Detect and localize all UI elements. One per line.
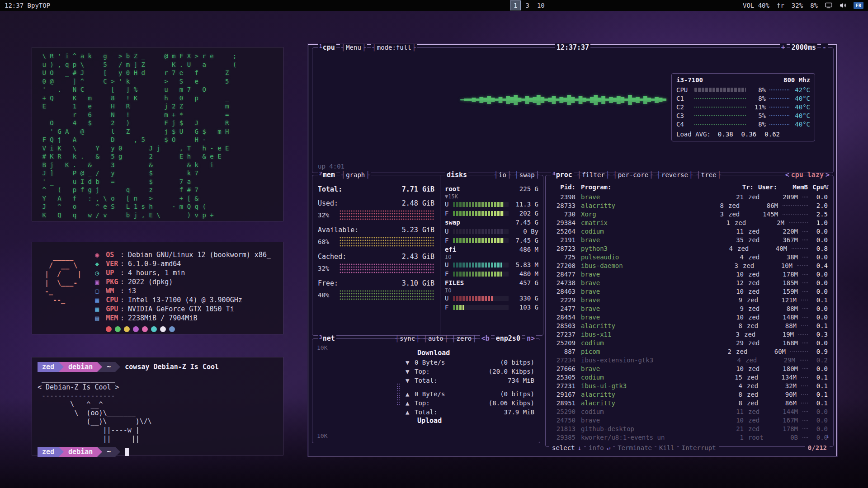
proc-program: ibus-ui-gtk3 (576, 382, 727, 389)
proc-sort-control: < cpu lazy > (785, 171, 830, 179)
menu-button[interactable]: Menu (340, 44, 368, 51)
disk-meter-row: F202 G (445, 209, 538, 218)
proc-row[interactable]: 25209codium29zed168M0.0 (550, 338, 828, 347)
net-scale-top: 10K (317, 344, 327, 351)
keyboard-layout-badge[interactable]: FR (854, 2, 863, 9)
net-next-button[interactable]: n> (525, 334, 536, 343)
proc-cpu: 0.8 (808, 245, 828, 252)
proc-row[interactable]: 29167alacritty8zed90M0.1 (550, 390, 828, 399)
mem-box-name: 2 mem (318, 171, 336, 179)
terminal-cowsay[interactable]: zeddebian~ cowsay Debian-Z Is Cool _____… (32, 357, 283, 455)
proc-row[interactable]: 730Xorg3zed145M2.5 (550, 210, 828, 218)
proc-row[interactable]: 29384cmatrix1zed2M1.0 (550, 218, 828, 227)
scroll-up-icon[interactable]: ↑ (826, 183, 830, 189)
disk-meter-value: 0 By (512, 228, 538, 235)
terminal-cursor[interactable] (125, 448, 129, 456)
prompt-arrow-icon (115, 447, 120, 457)
proc-reverse-button[interactable]: reverse (657, 171, 693, 178)
disks-swap-toggle[interactable]: swap (514, 171, 539, 178)
proc-row[interactable]: 29385kworker/u8:1-events_un1root0B0.0 (550, 433, 828, 441)
bpytop-window[interactable]: 1 cpu Menu mode:full 12:37:37 + 2000ms -… (308, 44, 837, 456)
net-auto-toggle[interactable]: auto (424, 335, 448, 342)
proc-mem-graph (802, 411, 808, 412)
proc-program: python3 (576, 245, 717, 252)
proc-row[interactable]: 2229brave9zed121M0.1 (550, 296, 828, 304)
proc-footer-button[interactable]: select↓ (549, 444, 584, 451)
proc-row[interactable]: 25264codium11zed220M0.0 (550, 227, 828, 235)
core-temp: 40°C (789, 103, 810, 111)
proc-tree-button[interactable]: tree (696, 171, 721, 178)
proc-row[interactable]: 2477brave9zed88M0.0 (550, 304, 828, 313)
interval-decrease-button[interactable]: - (821, 43, 828, 52)
prompt-line-1: zeddebian~ cowsay Debian-Z Is Cool (38, 362, 278, 372)
mem-graph-toggle[interactable]: graph (340, 171, 371, 178)
proc-mem: 134M (771, 374, 797, 381)
core-temp: 42°C (789, 86, 810, 94)
proc-mem-graph (802, 428, 808, 429)
proc-user: zed (744, 425, 773, 432)
disk-meter (453, 229, 509, 234)
net-stat-label: Top: (415, 399, 430, 407)
net-prev-button[interactable]: <b (480, 334, 491, 343)
proc-row[interactable]: 28951alacritty8zed86M0.1 (550, 399, 828, 407)
proc-row[interactable]: 21813github-desktop21zed178M0.0 (550, 424, 828, 433)
proc-row[interactable]: 28733alacritty8zed86M2.0 (550, 201, 828, 210)
proc-row[interactable]: 725pulseaudio4zed38M0.0 (550, 253, 828, 261)
net-sync-toggle[interactable]: sync (395, 335, 420, 342)
proc-row[interactable]: 27237ibus-x113zed19M0.3 (550, 330, 828, 338)
scroll-down-icon[interactable]: ↓ (826, 432, 830, 439)
cmatrix-output: \ R ' i ^ a k g > b Z _ @ m F X > r e ; … (38, 52, 277, 219)
cpu-info-panel: i3-7100 800 Mhz CPU8%42°CC18%40°CC211%40… (671, 73, 815, 141)
proc-mem: 145M (753, 211, 778, 218)
proc-cpu: 0.2 (808, 357, 828, 364)
proc-row[interactable]: 28463brave10zed159M0.0 (550, 287, 828, 296)
speaker-icon[interactable] (840, 2, 846, 9)
mem-stat-line: Used:2.48 GiB (318, 199, 434, 209)
terminal-fetch[interactable]: _____ / __ \ | / | | \___- -_ --_ ◉OS:De… (32, 242, 283, 334)
workspace-1[interactable]: 1 (510, 0, 521, 10)
proc-row[interactable]: 27666brave10zed180M0.0 (550, 364, 828, 373)
proc-row[interactable]: 24750brave10zed167M0.0 (550, 416, 828, 424)
proc-row[interactable]: 28477brave10zed178M0.0 (550, 270, 828, 278)
proc-row[interactable]: 24738brave12zed185M0.0 (550, 278, 828, 287)
proc-per-core-button[interactable]: per-core (613, 171, 653, 178)
terminal-cmatrix[interactable]: \ R ' i ^ a k g > b Z _ @ m F X > r e ; … (32, 47, 283, 221)
core-usage-percent: 5% (749, 112, 766, 119)
mem-total-value: 7.71 GiB (402, 185, 434, 195)
disks-box-title: disks ioswap (445, 170, 539, 179)
disks-io-toggle[interactable]: io (494, 171, 511, 178)
proc-cpu: 0.0 (808, 305, 828, 312)
net-zero-toggle[interactable]: zero (452, 335, 476, 342)
proc-row[interactable]: 28454brave10zed148M0.0 (550, 313, 828, 321)
proc-footer-button[interactable]: Kill (656, 444, 677, 451)
sort-next-button[interactable]: > (826, 171, 830, 179)
proc-row[interactable]: 25305codium15zed134M0.1 (550, 373, 828, 381)
core-temp: 40°C (789, 112, 810, 119)
workspace-10[interactable]: 10 (534, 0, 548, 10)
proc-row[interactable]: 27234ibus-extension-gtk34zed29M0.2 (550, 356, 828, 364)
proc-threads: 11 (728, 408, 744, 415)
proc-footer-button[interactable]: Terminate (615, 444, 655, 451)
cpu-core-row: CPU8%42°C (676, 85, 810, 94)
mode-toggle[interactable]: mode:full (371, 44, 417, 51)
info-label: MEM (106, 314, 120, 322)
proc-threads: 3 (708, 211, 724, 218)
proc-row[interactable]: 887picom2zed60M0.9 (550, 347, 828, 356)
proc-footer-button[interactable]: Interrupt (679, 444, 719, 451)
sort-prev-button[interactable]: < (785, 171, 789, 179)
interval-increase-button[interactable]: + (780, 43, 787, 52)
proc-row[interactable]: 2398brave21zed209M0.0 (550, 192, 828, 201)
proc-row[interactable]: 27231ibus-ui-gtk34zed32M0.1 (550, 381, 828, 390)
proc-footer-button[interactable]: info↵ (586, 444, 613, 451)
proc-program: alacritty (576, 202, 708, 209)
proc-row[interactable]: 27208ibus-daemon3zed10M0.4 (550, 261, 828, 270)
proc-row[interactable]: 25290codium11zed144M0.0 (550, 407, 828, 416)
workspace-3[interactable]: 3 (522, 0, 532, 10)
disk-size: 225 G (519, 185, 538, 192)
proc-row[interactable]: 28723python34zed40M0.8 (550, 244, 828, 253)
proc-row[interactable]: 28503alacritty8zed88M0.1 (550, 321, 828, 330)
proc-filter-button[interactable]: filter (577, 171, 609, 178)
info-label: GPU (106, 305, 120, 313)
info-value: 6.1.0-9-amd64 (128, 260, 181, 268)
proc-row[interactable]: 2191brave35zed367M0.0 (550, 235, 828, 244)
